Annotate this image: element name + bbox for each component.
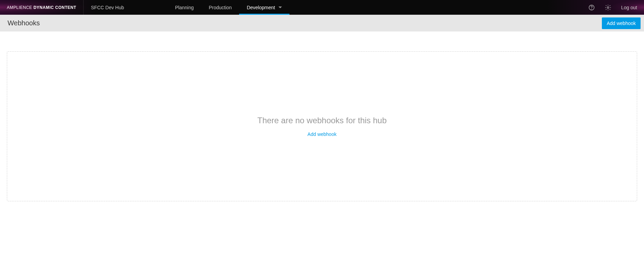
top-nav: AMPLIENCE DYNAMIC CONTENT SFCC Dev Hub P… (0, 0, 644, 15)
content-area: There are no webhooks for this hub Add w… (0, 31, 644, 208)
chevron-down-icon (278, 7, 282, 8)
subheader: Webhooks Add webhook (0, 15, 644, 31)
page-title: Webhooks (8, 19, 40, 27)
empty-state-box: There are no webhooks for this hub Add w… (7, 51, 637, 201)
tab-development-label: Development (247, 5, 275, 10)
svg-point-1 (592, 9, 592, 9)
hub-name[interactable]: SFCC Dev Hub (84, 0, 132, 15)
svg-point-2 (607, 7, 609, 8)
tab-development[interactable]: Development (239, 0, 289, 15)
logout-link[interactable]: Log out (621, 5, 637, 10)
gear-icon[interactable] (605, 4, 611, 11)
nav-tabs: Planning Production Development (168, 0, 289, 15)
add-webhook-button[interactable]: Add webhook (602, 17, 641, 29)
help-icon[interactable] (588, 4, 595, 11)
brand-text: AMPLIENCE DYNAMIC CONTENT (7, 5, 76, 10)
top-nav-right: Log out (588, 0, 644, 15)
empty-state-message: There are no webhooks for this hub (257, 116, 387, 125)
tab-planning[interactable]: Planning (168, 0, 201, 15)
tab-production[interactable]: Production (201, 0, 239, 15)
brand-logo[interactable]: AMPLIENCE DYNAMIC CONTENT (0, 0, 84, 15)
add-webhook-link[interactable]: Add webhook (308, 131, 337, 137)
